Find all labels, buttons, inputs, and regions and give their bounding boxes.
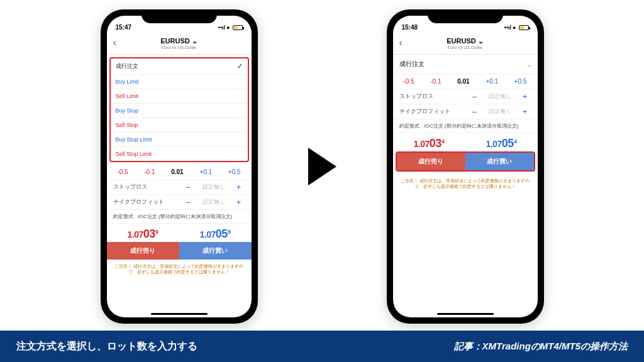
takeprofit-row: テイクプロフィット – 設定無し +: [107, 194, 252, 209]
market-order-warning: ご注意！ 成行注文は、市場状況によって約定価格がきまりますので、必ずしも提示価格…: [107, 260, 252, 279]
sell-price: 1.07039: [107, 228, 179, 241]
order-type-label: Sell Stop: [116, 122, 138, 128]
stoploss-row: ストップロス – 設定無し +: [393, 89, 538, 104]
status-time: 15:48: [402, 24, 418, 31]
symbol-selector[interactable]: EURUSD ⌄: [160, 37, 197, 45]
home-indicator[interactable]: [151, 313, 208, 315]
back-icon[interactable]: ‹: [399, 37, 402, 48]
chevron-down-icon: ⌄: [192, 37, 197, 45]
status-time: 15:47: [116, 24, 132, 31]
lot-minus-05[interactable]: -0.5: [117, 168, 128, 175]
tp-plus[interactable]: +: [233, 197, 245, 207]
market-order-warning: ご注意！ 成行注文は、市場状況によって約定価格がきまりますので、必ずしも提示価格…: [393, 174, 538, 194]
tp-plus[interactable]: +: [519, 107, 531, 116]
home-indicator[interactable]: [437, 313, 494, 315]
battery-icon: [519, 25, 529, 30]
symbol-label: EURUSD: [447, 37, 475, 45]
order-type-list: 成行注文✓Buy LimitSell LimitBuy StopSell Sto…: [109, 57, 249, 162]
sell-button[interactable]: 成行売り: [397, 153, 465, 170]
sl-plus[interactable]: +: [519, 92, 531, 101]
takeprofit-label: テイクプロフィット: [113, 198, 182, 206]
buy-button[interactable]: 成行買い: [465, 153, 534, 170]
order-type-item[interactable]: Buy Stop: [111, 104, 248, 118]
chevron-down-icon: ⌄: [478, 37, 484, 45]
sell-price: 1.07034: [393, 137, 465, 150]
sl-minus[interactable]: –: [469, 92, 481, 101]
phone-left: 15:47 ••ıl ● ‹ EURUSD ⌄ Euro vs US Dolla…: [101, 9, 258, 324]
sl-value[interactable]: 設定無し: [195, 183, 233, 191]
lot-stepper: -0.5 -0.1 0.01 +0.1 +0.5: [393, 74, 538, 89]
symbol-selector[interactable]: EURUSD ⌄: [447, 37, 483, 45]
order-type-label: Sell Limit: [116, 93, 139, 99]
order-header: ‹ EURUSD ⌄ Euro vs US Dollar: [393, 32, 538, 55]
lot-stepper: -0.5 -0.1 0.01 +0.1 +0.5: [107, 165, 252, 179]
lot-plus-05[interactable]: +0.5: [228, 168, 241, 175]
lot-value[interactable]: 0.01: [171, 168, 183, 175]
tp-minus[interactable]: –: [182, 197, 195, 207]
order-type-selector[interactable]: 成行注文 ⌄: [393, 55, 538, 74]
phone-notch: [142, 9, 217, 23]
symbol-desc: Euro vs US Dollar: [162, 45, 197, 50]
order-type-label: Buy Stop Limit: [116, 136, 152, 143]
signal-icon: ••ıl: [504, 25, 511, 31]
lot-plus-05[interactable]: +0.5: [514, 78, 527, 85]
buy-price: 1.07054: [465, 137, 538, 150]
trade-buttons: 成行売り 成行買い: [396, 151, 535, 172]
lot-value[interactable]: 0.01: [457, 78, 469, 85]
order-type-label: 成行注文: [399, 60, 425, 69]
lot-minus-01[interactable]: -0.1: [430, 78, 441, 85]
lot-minus-05[interactable]: -0.5: [403, 78, 414, 85]
order-type-item[interactable]: Sell Limit: [111, 89, 248, 104]
sl-value[interactable]: 設定無し: [481, 92, 519, 101]
symbol-desc: Euro vs US Dollar: [448, 45, 483, 50]
symbol-label: EURUSD: [160, 37, 189, 45]
fill-policy-row[interactable]: 約定形式 IOC注文 (部分約定時に未決済分取消注文): [393, 119, 538, 133]
stoploss-row: ストップロス – 設定無し +: [107, 179, 252, 194]
sl-plus[interactable]: +: [233, 182, 245, 192]
arrow-icon: [308, 148, 336, 185]
takeprofit-label: テイクプロフィット: [399, 107, 469, 116]
tp-value[interactable]: 設定無し: [481, 107, 519, 116]
caption-right: 記事：XMTradingのMT4/MT5の操作方法: [454, 341, 628, 353]
caption-left: 注文方式を選択し、ロット数を入力する: [16, 340, 197, 353]
status-icons: ••ıl ●: [504, 25, 529, 31]
order-type-item[interactable]: 成行注文✓: [111, 58, 248, 75]
price-row: 1.07039 1.07058: [107, 223, 252, 242]
trade-buttons: 成行売り 成行買い: [107, 242, 252, 260]
sell-button[interactable]: 成行売り: [107, 242, 179, 260]
order-type-item[interactable]: Buy Stop Limit: [111, 133, 248, 147]
phone-notch: [428, 9, 503, 23]
order-type-label: Sell Stop Limit: [116, 151, 152, 157]
order-type-item[interactable]: Sell Stop: [111, 118, 248, 133]
lot-minus-01[interactable]: -0.1: [144, 168, 155, 175]
order-type-item[interactable]: Sell Stop Limit: [111, 147, 248, 161]
check-icon: ✓: [237, 62, 243, 70]
fill-policy-row[interactable]: 約定形式 IOC注文 (部分約定時に未決済分取消注文): [107, 209, 252, 223]
buy-button[interactable]: 成行買い: [179, 242, 252, 260]
order-type-label: Buy Stop: [116, 107, 139, 114]
order-type-item[interactable]: Buy Limit: [111, 75, 248, 89]
chevron-down-icon: ⌄: [526, 61, 531, 68]
wifi-icon: ●: [513, 25, 516, 31]
sl-minus[interactable]: –: [182, 182, 195, 192]
stoploss-label: ストップロス: [399, 92, 469, 101]
buy-price: 1.07058: [179, 228, 252, 241]
order-header: ‹ EURUSD ⌄ Euro vs US Dollar: [107, 32, 252, 55]
lot-plus-01[interactable]: +0.1: [199, 168, 212, 175]
price-row: 1.07034 1.07054: [393, 133, 538, 151]
phone-right: 15:48 ••ıl ● ‹ EURUSD ⌄ Euro vs US Dolla…: [387, 9, 544, 324]
stoploss-label: ストップロス: [113, 183, 182, 191]
caption-bar: 注文方式を選択し、ロット数を入力する 記事：XMTradingのMT4/MT5の…: [0, 331, 644, 362]
back-icon[interactable]: ‹: [113, 37, 116, 48]
tp-minus[interactable]: –: [469, 107, 481, 116]
order-type-label: 成行注文: [116, 62, 138, 70]
wifi-icon: ●: [226, 25, 230, 31]
order-type-label: Buy Limit: [116, 79, 139, 85]
tp-value[interactable]: 設定無し: [195, 198, 233, 206]
lot-plus-01[interactable]: +0.1: [486, 78, 498, 85]
status-icons: ••ıl ●: [218, 25, 243, 31]
battery-icon: [233, 25, 243, 30]
takeprofit-row: テイクプロフィット – 設定無し +: [393, 104, 538, 119]
signal-icon: ••ıl: [218, 25, 225, 31]
